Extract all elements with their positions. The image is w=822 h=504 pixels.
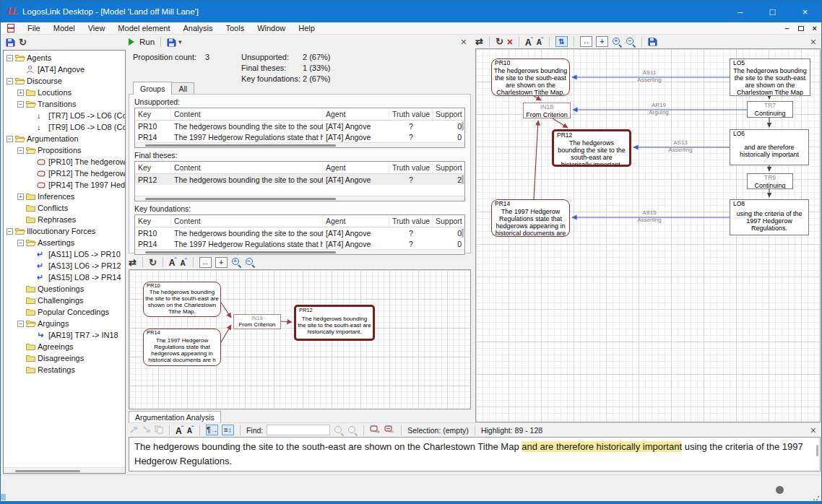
document-icon[interactable]: [7, 24, 14, 32]
maximize-button[interactable]: □: [756, 1, 789, 22]
tree-expander[interactable]: −: [17, 240, 24, 246]
table-vertical-scrollbar[interactable]: [462, 175, 464, 184]
tree-item[interactable]: [PR14] The 1997 Hedgerow R: [4, 179, 125, 191]
text-scrollbar[interactable]: [816, 445, 818, 456]
table-horizontal-scrollbar[interactable]: [135, 249, 464, 254]
save-icon[interactable]: [6, 38, 15, 47]
tab-argumentation-analysis[interactable]: Argumentation Analysis: [129, 411, 221, 422]
font-increase-icon[interactable]: Aˆ: [525, 36, 533, 48]
column-header[interactable]: Key: [135, 108, 171, 120]
node-pr10[interactable]: PR10 The hedgerows bounding the site to …: [491, 58, 570, 96]
column-header[interactable]: Content: [171, 108, 323, 120]
menu-help[interactable]: Help: [292, 22, 321, 34]
table-vertical-scrollbar[interactable]: [462, 228, 464, 238]
column-header[interactable]: Agent: [323, 215, 389, 227]
tree-item[interactable]: Rephrases: [4, 214, 125, 225]
run-button[interactable]: Run: [139, 38, 155, 46]
zoom-out-icon[interactable]: −: [626, 37, 636, 47]
tree-item[interactable]: ↵[AR19] TR7 -> IN18: [4, 329, 125, 341]
table-vertical-scrollbar[interactable]: [462, 121, 464, 131]
tab-all[interactable]: All: [171, 82, 194, 95]
run-icon[interactable]: [129, 38, 134, 45]
fit-page-icon[interactable]: +: [215, 257, 228, 268]
tree-item[interactable]: −Assertings: [4, 237, 125, 248]
resize-grip[interactable]: [813, 494, 820, 501]
menu-window[interactable]: Window: [251, 22, 292, 34]
mini-argument-diagram[interactable]: PR10 The hedgerows bounding the site to …: [129, 269, 471, 409]
tree-expander[interactable]: +: [17, 194, 24, 200]
tree-expander[interactable]: +: [17, 90, 24, 96]
table-row[interactable]: PR10The hedgerows bounding the site to t…: [135, 227, 464, 238]
save-diagram-icon[interactable]: [648, 37, 657, 46]
tree-item[interactable]: [PR10] The hedgerows bound: [4, 156, 125, 168]
tree-expander[interactable]: −: [17, 321, 24, 327]
table-row[interactable]: PR12The hedgerows bounding the site to t…: [135, 174, 464, 185]
save-results-icon[interactable]: [167, 38, 176, 47]
tree-item[interactable]: [PR12] The hedgerows bound: [4, 168, 125, 179]
go-to-highlight-icon[interactable]: [370, 425, 381, 435]
tree-item[interactable]: −Discourse: [4, 75, 125, 87]
node-tr9[interactable]: TR9 Continuing: [747, 173, 793, 189]
menu-tools[interactable]: Tools: [219, 22, 251, 34]
tree-item[interactable]: Conflicts: [4, 202, 125, 214]
tree-expander[interactable]: −: [7, 228, 13, 235]
tree-item[interactable]: Questionings: [4, 283, 125, 295]
font-decrease-icon[interactable]: Aˇ: [180, 257, 186, 267]
column-header[interactable]: Truth value: [389, 108, 433, 120]
column-header[interactable]: Agent: [323, 108, 389, 120]
table-row[interactable]: PR14The 1997 Hedgerow Regulations state …: [135, 131, 464, 142]
node-in18[interactable]: IN18 From Criterion: [523, 103, 571, 118]
tree-horizontal-scrollbar[interactable]: [4, 467, 125, 473]
tree-item[interactable]: +Locutions: [4, 87, 125, 98]
zoom-in-icon[interactable]: +: [612, 37, 622, 47]
fit-page-icon[interactable]: +: [596, 36, 608, 47]
refresh-diagram-icon[interactable]: ↻: [496, 36, 503, 47]
swap-direction-icon[interactable]: ⇄: [475, 36, 483, 47]
tree-item[interactable]: ↵[AS13] LO6 -> PR12: [4, 260, 125, 271]
find-input[interactable]: [267, 425, 330, 435]
tree-item[interactable]: Challengings: [4, 295, 125, 306]
column-header[interactable]: Content: [171, 162, 323, 173]
node-lo6[interactable]: LO6 and are therefore historically impor…: [730, 129, 809, 165]
mini-node-in18[interactable]: IN18 From Criterion: [233, 314, 281, 329]
delete-icon[interactable]: ×: [507, 37, 513, 47]
tree-item[interactable]: −Arguings: [4, 318, 125, 329]
discourse-text[interactable]: The hedgerows bounding the site to the s…: [129, 437, 821, 472]
font-increase-icon[interactable]: Aˆ: [176, 425, 183, 436]
column-header[interactable]: Agent: [323, 162, 389, 173]
tree-expander[interactable]: −: [7, 55, 13, 61]
tree-item[interactable]: ↓[TR7] LO5 -> LO6 (Continuing: [4, 110, 125, 121]
tree-item[interactable]: Agreeings: [4, 341, 125, 352]
zoom-in-icon[interactable]: +: [231, 257, 241, 267]
tree-expander[interactable]: −: [17, 147, 24, 154]
show-marks-toggle[interactable]: ¶→: [206, 425, 218, 435]
analysis-close-icon[interactable]: ×: [461, 37, 467, 47]
menu-model[interactable]: Model: [47, 22, 82, 34]
close-button[interactable]: ×: [789, 1, 821, 22]
node-lo8[interactable]: LO8 using the criteria of the 1997 Hedge…: [730, 199, 809, 235]
tree-expander[interactable]: −: [17, 101, 24, 108]
column-header[interactable]: Support: [433, 162, 464, 173]
tree-item[interactable]: ↵[AS11] LO5 -> PR10: [4, 248, 125, 260]
font-increase-icon[interactable]: Aˆ: [169, 256, 177, 268]
table-row[interactable]: PR14The 1997 Hedgerow Regulations state …: [135, 238, 464, 249]
table-row[interactable]: PR10The hedgerows bounding the site to t…: [135, 121, 464, 131]
node-lo5[interactable]: LO5 The hedgerows bounding the site to t…: [730, 58, 810, 96]
child-close-button[interactable]: ×: [813, 25, 817, 32]
menu-model-element[interactable]: Model element: [111, 22, 176, 34]
clear-highlight-icon[interactable]: [384, 425, 395, 435]
column-header[interactable]: Support: [433, 215, 464, 227]
swap-direction-icon[interactable]: ⇄: [129, 257, 137, 268]
diagram-close-icon[interactable]: ×: [810, 37, 816, 47]
tree-item[interactable]: −Illocutionary Forces: [4, 225, 125, 237]
tab-groups[interactable]: Groups: [133, 82, 172, 95]
main-argument-diagram[interactable]: AS11Asserting AR19Arguing AS13Asserting …: [475, 48, 821, 422]
tree-item[interactable]: Disagreeings: [4, 352, 125, 364]
child-minimize-button[interactable]: –: [784, 25, 789, 32]
tree-item[interactable]: Restatings: [4, 364, 125, 375]
mini-node-pr10[interactable]: PR10 The hedgerows bounding the site to …: [143, 282, 221, 317]
text-panel-close-icon[interactable]: ×: [810, 425, 816, 435]
tree-item[interactable]: Popular Concedings: [4, 306, 125, 318]
tree-expander[interactable]: −: [7, 78, 13, 84]
tree-item[interactable]: +Inferences: [4, 191, 125, 202]
